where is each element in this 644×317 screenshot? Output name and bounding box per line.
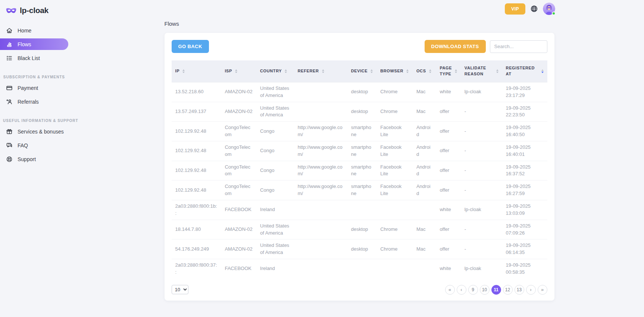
sidebar-item-payment[interactable]: Payment <box>0 82 75 94</box>
column-header[interactable]: VALIDATE REASON <box>461 60 502 82</box>
table-cell: http://www.google.com/ <box>294 141 347 161</box>
table-cell: Facebook Lite <box>376 122 413 141</box>
table-cell: Chrome <box>376 82 413 102</box>
list-icon <box>6 55 13 62</box>
table-cell: FACEBOOK <box>221 200 256 220</box>
column-header[interactable]: REGISTERED AT <box>502 60 547 82</box>
page-button[interactable]: 11 <box>491 285 501 295</box>
sort-icon <box>182 69 185 73</box>
sort-icon <box>541 69 544 73</box>
column-header[interactable]: REFERER <box>294 60 347 82</box>
sidebar-item-black-list[interactable]: Black List <box>0 52 75 64</box>
prev-page-button[interactable]: ‹ <box>457 285 466 295</box>
flows-table: IP ISP COUNTRY REFERER DEVICE <box>172 60 547 279</box>
column-header[interactable]: DEVICE <box>347 60 377 82</box>
table-cell: AMAZON-02 <box>221 102 256 122</box>
table-cell: Mac <box>413 82 436 102</box>
table-cell <box>376 200 413 220</box>
column-header[interactable]: IP <box>172 60 221 82</box>
table-row: 102.129.92.48CongoTelecomCongohttp://www… <box>172 122 547 141</box>
table-cell: 19-09-2025 00:58:35 <box>502 259 547 279</box>
sort-icon <box>429 69 431 73</box>
table-cell: 19-09-2025 13:03:09 <box>502 200 547 220</box>
sidebar-section-title: SUBSCRIPTION & PAYMENTS <box>0 75 75 79</box>
column-header[interactable]: PAGE TYPE <box>436 60 460 82</box>
table-cell: United States of America <box>256 220 294 239</box>
table-cell: 54.176.249.249 <box>172 239 221 259</box>
table-cell: Congo <box>256 181 294 200</box>
mask-logo-icon <box>6 7 16 14</box>
table-cell: - <box>461 181 502 200</box>
table-cell: 19-09-2025 16:37:52 <box>502 161 547 181</box>
first-page-button[interactable]: « <box>445 285 455 295</box>
page-size-select[interactable]: 10 <box>172 285 188 294</box>
referral-user-icon <box>6 98 13 105</box>
table-cell: CongoTelecom <box>221 161 256 181</box>
table-cell: white <box>436 259 460 279</box>
table-cell: Android <box>413 141 436 161</box>
table-cell: desktop <box>347 102 377 122</box>
table-cell: Chrome <box>376 220 413 239</box>
table-cell: offer <box>436 181 460 200</box>
online-status-dot <box>552 12 556 15</box>
table-cell: offer <box>436 239 460 259</box>
table-cell: lp-cloak <box>461 259 502 279</box>
table-cell: smartphone <box>347 181 377 200</box>
table-footer: 10 « ‹ 910111213 › » <box>172 285 547 295</box>
table-cell: Android <box>413 122 436 141</box>
column-header[interactable]: BROWSER <box>376 60 413 82</box>
table-cell: AMAZON-02 <box>221 220 256 239</box>
table-cell <box>294 239 347 259</box>
table-cell: 102.129.92.48 <box>172 141 221 161</box>
table-cell: AMAZON-02 <box>221 239 256 259</box>
next-page-button[interactable]: › <box>526 285 536 295</box>
topbar: VIP <box>505 3 555 15</box>
page-button[interactable]: 9 <box>468 285 478 295</box>
table-cell: offer <box>436 122 460 141</box>
sidebar-item-faq[interactable]: ?! FAQ <box>0 139 75 151</box>
sidebar-item-label: Services & bonuses <box>18 129 64 135</box>
last-page-button[interactable]: » <box>538 285 547 295</box>
table-cell: Facebook Lite <box>376 181 413 200</box>
table-cell: 13.52.218.60 <box>172 82 221 102</box>
sidebar-item-label: Referrals <box>18 99 39 105</box>
sidebar-item-label: Flows <box>18 41 31 47</box>
download-stats-button[interactable]: DOWNLOAD STATS <box>425 40 486 53</box>
support-lifebuoy-icon <box>6 156 13 163</box>
sidebar-item-services-bonuses[interactable]: Services & bonuses <box>0 126 75 137</box>
table-cell: - <box>461 122 502 141</box>
sort-icon <box>406 69 409 73</box>
table-cell: Congo <box>256 161 294 181</box>
table-cell: Chrome <box>376 102 413 122</box>
sidebar-item-label: FAQ <box>18 142 28 148</box>
table-cell: 19-09-2025 06:14:35 <box>502 239 547 259</box>
table-cell: United States of America <box>256 82 294 102</box>
column-header[interactable]: OCS <box>413 60 436 82</box>
sidebar-item-home[interactable]: Home <box>0 25 75 36</box>
table-row: 102.129.92.48CongoTelecomCongohttp://www… <box>172 161 547 181</box>
sidebar-item-referrals[interactable]: Referrals <box>0 96 75 107</box>
go-back-button[interactable]: GO BACK <box>172 40 209 53</box>
table-cell: - <box>461 220 502 239</box>
table-cell: 19-09-2025 22:23:50 <box>502 102 547 122</box>
table-cell: lp-cloak <box>461 82 502 102</box>
sort-icon <box>371 69 373 73</box>
table-cell: United States of America <box>256 239 294 259</box>
sort-icon <box>322 69 324 73</box>
sidebar-item-flows[interactable]: Flows <box>0 38 68 50</box>
home-icon <box>6 27 13 34</box>
search-input[interactable] <box>490 40 547 53</box>
table-header-row: IP ISP COUNTRY REFERER DEVICE <box>172 60 547 82</box>
table-cell: http://www.google.com/ <box>294 122 347 141</box>
sidebar-section-title: USEFUL INFORMATION & SUPPORT <box>0 119 75 123</box>
language-globe-icon[interactable] <box>530 5 538 13</box>
page-button[interactable]: 13 <box>515 285 524 295</box>
vip-button[interactable]: VIP <box>505 3 525 15</box>
column-header[interactable]: ISP <box>221 60 256 82</box>
user-avatar[interactable] <box>543 3 555 15</box>
column-header[interactable]: COUNTRY <box>256 60 294 82</box>
page-button[interactable]: 12 <box>503 285 513 295</box>
sidebar-item-label: Home <box>18 28 31 34</box>
page-button[interactable]: 10 <box>480 285 490 295</box>
sidebar-item-support[interactable]: Support <box>0 153 75 165</box>
